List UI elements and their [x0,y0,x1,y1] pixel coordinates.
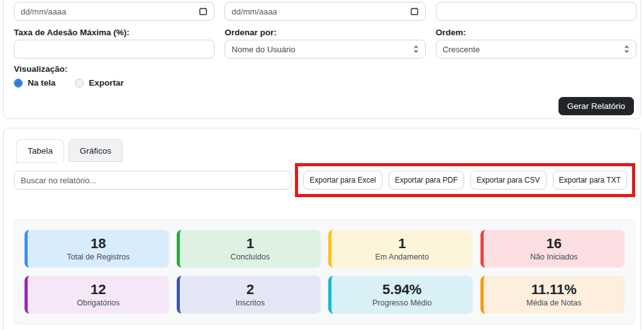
filters-row-labels: Taxa de Adesão Máxima (%): Ordenar por: … [14,28,636,37]
order-by-select[interactable]: Nome do Usuário [225,40,425,59]
stat-card-total-de-registros: 18 Total de Registros [25,230,169,268]
filters-row-dates: dd/mm/aaaa dd/mm/aaaa [14,2,636,21]
stat-label: Em Andamento [375,253,429,261]
tab-tabela[interactable]: Tabela [16,139,64,162]
stat-value: 16 [547,236,562,251]
stat-value: 1 [247,236,254,251]
stat-card-progresso-medio: 5.94% Progresso Médio [328,276,473,314]
visualization-label: Visualização: [14,64,636,74]
start-date-input[interactable]: dd/mm/aaaa [14,2,214,21]
stats-grid: 18 Total de Registros 1 Concluídos 1 Em … [25,230,625,314]
order-by-selected-value: Nome do Usuário [231,45,295,54]
generate-report-button[interactable]: Gerar Relatório [558,97,634,115]
generate-row: Gerar Relatório [14,97,636,115]
radio-option-na-tela[interactable]: Na tela [14,78,55,88]
max-adhesion-input[interactable] [14,40,214,59]
stat-label: Não Iniciados [530,253,578,261]
report-toolbar: Exportar para Excel Exportar para PDF Ex… [14,163,635,197]
stat-value: 18 [91,236,106,251]
stat-card-concluidos: 1 Concluídos [177,230,321,268]
stat-card-obrigatorios: 12 Obrigatórios [25,276,169,314]
start-date-placeholder: dd/mm/aaaa [21,7,66,16]
end-date-input[interactable]: dd/mm/aaaa [225,2,425,21]
stat-card-media-de-notas: 11.11% Média de Notas [480,276,625,314]
stat-label: Média de Notas [526,299,582,307]
export-csv-button[interactable]: Exportar para CSV [470,171,547,190]
radio-na-tela-label: Na tela [28,78,55,88]
stat-card-em-andamento: 1 Em Andamento [328,230,473,268]
select-arrows-icon [624,45,630,54]
report-tabs: Tabela Gráficos [14,139,635,162]
stat-value: 5.94% [382,282,421,297]
export-txt-button[interactable]: Exportar para TXT [553,171,627,190]
stat-label: Total de Registros [67,253,130,261]
export-excel-button[interactable]: Exportar para Excel [303,171,382,190]
radio-exportar-label: Exportar [89,78,124,88]
select-arrows-icon [413,45,419,54]
stat-value: 2 [247,282,254,297]
calendar-icon[interactable] [199,7,208,16]
stat-card-inscritos: 2 Inscritos [177,276,321,314]
extra-filter-input[interactable] [436,2,636,21]
radio-unselected-icon[interactable] [75,79,84,88]
stat-label: Obrigatórios [77,299,119,307]
stat-label: Progresso Médio [372,299,432,307]
calendar-icon[interactable] [410,7,419,16]
stat-card-nao-iniciados: 16 Não Iniciados [480,230,625,268]
stat-value: 1 [398,236,406,251]
stat-label: Concluídos [230,253,270,261]
radio-option-exportar[interactable]: Exportar [75,78,124,88]
stats-panel: 18 Total de Registros 1 Concluídos 1 Em … [14,219,635,324]
annotation-highlight-box: Exportar para Excel Exportar para PDF Ex… [295,163,635,197]
export-pdf-button[interactable]: Exportar para PDF [389,171,464,190]
report-panel: Tabela Gráficos Exportar para Excel Expo… [3,128,641,330]
order-selected-value: Crescente [443,45,480,54]
order-by-label: Ordenar por: [225,28,425,37]
filters-row-controls: Nome do Usuário Crescente [14,40,636,59]
max-adhesion-label: Taxa de Adesão Máxima (%): [14,28,214,37]
report-page: dd/mm/aaaa dd/mm/aaaa [0,0,644,330]
end-date-placeholder: dd/mm/aaaa [231,7,277,16]
search-input[interactable] [14,171,292,190]
order-select[interactable]: Crescente [436,40,636,59]
radio-selected-icon[interactable] [14,79,23,88]
filters-panel: dd/mm/aaaa dd/mm/aaaa [3,0,641,119]
visualization-radio-group: Na tela Exportar [14,78,636,88]
stat-value: 12 [91,282,106,297]
order-label: Ordem: [436,28,636,37]
tab-graficos[interactable]: Gráficos [69,139,123,162]
stat-label: Inscritos [235,299,265,307]
stat-value: 11.11% [531,282,577,297]
